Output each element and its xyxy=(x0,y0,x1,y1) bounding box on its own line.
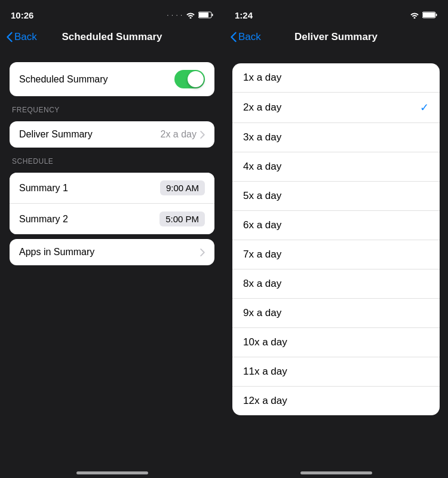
right-time: 1:24 xyxy=(235,10,253,20)
left-time: 10:26 xyxy=(11,10,33,20)
right-battery-icon xyxy=(422,11,437,19)
toggle-knob xyxy=(188,71,204,87)
right-wifi-icon xyxy=(410,11,419,19)
checkmark-icon: ✓ xyxy=(420,101,429,114)
frequency-option-label-6: 6x a day xyxy=(243,219,281,231)
frequency-dropdown: 1x a day2x a day✓3x a day4x a day5x a da… xyxy=(232,63,440,415)
svg-rect-2 xyxy=(199,13,208,17)
frequency-option-11[interactable]: 11x a day xyxy=(232,357,440,387)
scheduled-summary-card: Scheduled Summary xyxy=(10,62,214,96)
deliver-summary-right: 2x a day xyxy=(161,129,205,140)
frequency-option-10[interactable]: 10x a day xyxy=(232,328,440,357)
summary1-row[interactable]: Summary 1 9:00 AM xyxy=(10,173,214,204)
right-status-icons xyxy=(410,11,437,19)
svg-rect-5 xyxy=(423,13,435,17)
summary2-row[interactable]: Summary 2 5:00 PM xyxy=(10,204,214,234)
right-content: 1x a day2x a day✓3x a day4x a day5x a da… xyxy=(224,51,448,464)
summary2-label: Summary 2 xyxy=(19,214,68,225)
scheduled-summary-row[interactable]: Scheduled Summary xyxy=(10,62,214,96)
frequency-option-label-1: 1x a day xyxy=(243,72,281,84)
frequency-option-9[interactable]: 9x a day xyxy=(232,299,440,328)
frequency-option-label-7: 7x a day xyxy=(243,249,281,261)
right-status-bar: 1:24 xyxy=(224,0,448,25)
apps-in-summary-row[interactable]: Apps in Summary xyxy=(10,239,214,265)
frequency-section-label: FREQUENCY xyxy=(0,101,224,117)
frequency-option-8[interactable]: 8x a day xyxy=(232,269,440,299)
frequency-option-12[interactable]: 12x a day xyxy=(232,387,440,415)
right-panel: 1:24 Back Deliver Summary 1x a day2x a d… xyxy=(224,0,448,478)
frequency-option-2[interactable]: 2x a day✓ xyxy=(232,93,440,123)
frequency-option-label-12: 12x a day xyxy=(243,395,287,407)
frequency-option-label-11: 11x a day xyxy=(243,366,287,378)
frequency-option-1[interactable]: 1x a day xyxy=(232,63,440,93)
summary2-time[interactable]: 5:00 PM xyxy=(159,212,205,226)
frequency-option-label-9: 9x a day xyxy=(243,307,281,319)
left-home-indicator xyxy=(0,464,224,478)
schedule-section-label: SCHEDULE xyxy=(0,152,224,168)
right-home-indicator xyxy=(224,464,448,478)
scheduled-summary-toggle[interactable] xyxy=(174,70,205,88)
left-status-icons: · · · · xyxy=(167,11,213,19)
right-nav-bar: Back Deliver Summary xyxy=(224,25,448,51)
frequency-option-4[interactable]: 4x a day xyxy=(232,152,440,182)
right-nav-title: Deliver Summary xyxy=(294,31,378,43)
left-back-label: Back xyxy=(14,31,37,43)
frequency-card: Deliver Summary 2x a day xyxy=(10,121,214,148)
frequency-option-label-3: 3x a day xyxy=(243,131,281,143)
frequency-option-3[interactable]: 3x a day xyxy=(232,123,440,152)
left-nav-title: Scheduled Summary xyxy=(62,31,162,43)
deliver-summary-label: Deliver Summary xyxy=(19,129,93,140)
frequency-option-label-5: 5x a day xyxy=(243,190,281,202)
frequency-option-7[interactable]: 7x a day xyxy=(232,240,440,269)
wifi-icon xyxy=(186,11,195,19)
left-back-button[interactable]: Back xyxy=(6,31,37,43)
scheduled-summary-label: Scheduled Summary xyxy=(19,74,108,85)
right-home-bar xyxy=(300,471,372,474)
apps-in-summary-card: Apps in Summary xyxy=(10,239,214,265)
deliver-summary-value: 2x a day xyxy=(161,129,197,140)
right-back-label: Back xyxy=(238,31,261,43)
frequency-option-6[interactable]: 6x a day xyxy=(232,211,440,240)
left-content: Scheduled Summary FREQUENCY Deliver Summ… xyxy=(0,51,224,464)
summary1-time[interactable]: 9:00 AM xyxy=(160,180,205,195)
svg-rect-1 xyxy=(212,14,213,16)
frequency-option-label-8: 8x a day xyxy=(243,278,281,290)
left-home-bar xyxy=(76,471,148,474)
battery-icon xyxy=(198,11,213,19)
left-status-bar: 10:26 · · · · xyxy=(0,0,224,25)
apps-in-summary-label: Apps in Summary xyxy=(19,247,94,258)
left-panel: 10:26 · · · · Back Scheduled Summary xyxy=(0,0,224,478)
deliver-summary-row[interactable]: Deliver Summary 2x a day xyxy=(10,121,214,148)
frequency-option-5[interactable]: 5x a day xyxy=(232,182,440,211)
signal-icon: · · · · xyxy=(167,12,183,19)
frequency-option-label-10: 10x a day xyxy=(243,336,287,348)
svg-rect-4 xyxy=(436,14,437,16)
apps-in-summary-right xyxy=(200,249,205,256)
right-back-button[interactable]: Back xyxy=(230,31,261,43)
frequency-option-label-2: 2x a day xyxy=(243,102,281,114)
schedule-card: Summary 1 9:00 AM Summary 2 5:00 PM xyxy=(10,173,214,234)
frequency-option-label-4: 4x a day xyxy=(243,161,281,173)
summary1-label: Summary 1 xyxy=(19,183,68,194)
left-nav-bar: Back Scheduled Summary xyxy=(0,25,224,51)
